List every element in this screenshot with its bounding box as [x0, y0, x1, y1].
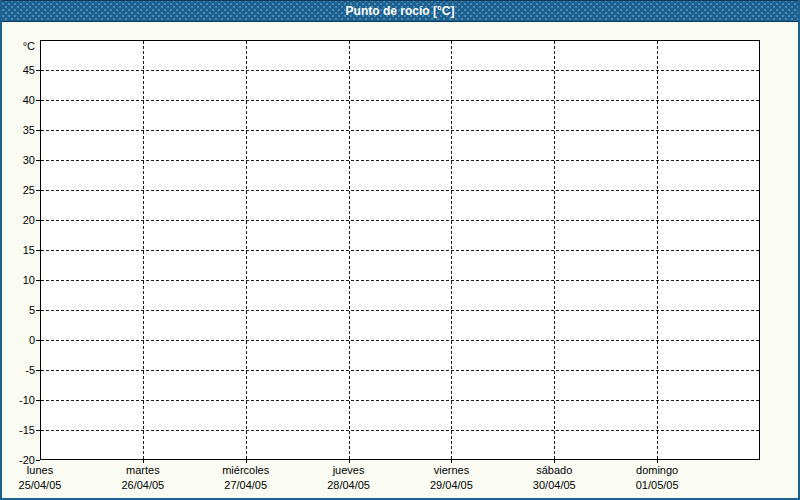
y-tick-mark: [36, 400, 40, 401]
h-gridline: [41, 340, 759, 341]
h-gridline: [41, 100, 759, 101]
y-tick-label: -10: [0, 393, 35, 407]
x-day-label: domingo: [606, 463, 708, 477]
y-tick-label: 15: [0, 243, 35, 257]
h-gridline: [41, 430, 759, 431]
h-gridline: [41, 250, 759, 251]
x-date-label: 30/04/05: [503, 478, 605, 492]
x-date-label: 29/04/05: [400, 478, 502, 492]
y-tick-label: 0: [0, 333, 35, 347]
y-tick-mark: [36, 460, 40, 461]
y-tick-mark: [36, 250, 40, 251]
y-tick-mark: [36, 70, 40, 71]
y-tick-label: 20: [0, 213, 35, 227]
y-tick-mark: [36, 190, 40, 191]
page-title: Punto de rocío [°C]: [346, 4, 455, 18]
v-gridline: [554, 41, 555, 459]
x-date-label: 27/04/05: [195, 478, 297, 492]
y-tick-label: -5: [0, 363, 35, 377]
x-day-label: martes: [92, 463, 194, 477]
y-tick-mark: [36, 160, 40, 161]
x-day-label: sábado: [503, 463, 605, 477]
x-day-label: jueves: [298, 463, 400, 477]
y-tick-mark: [36, 370, 40, 371]
x-date-label: 28/04/05: [298, 478, 400, 492]
x-day-label: viernes: [400, 463, 502, 477]
x-date-label: 25/04/05: [0, 478, 91, 492]
h-gridline: [41, 370, 759, 371]
h-gridline: [41, 160, 759, 161]
window-titlebar: Punto de rocío [°C]: [0, 0, 800, 22]
y-tick-label: 45: [0, 63, 35, 77]
x-day-label: lunes: [0, 463, 91, 477]
x-day-label: miércoles: [195, 463, 297, 477]
v-gridline: [451, 41, 452, 459]
y-tick-mark: [36, 100, 40, 101]
y-tick-label: 30: [0, 153, 35, 167]
y-tick-label: 40: [0, 93, 35, 107]
h-gridline: [41, 310, 759, 311]
y-tick-label: 35: [0, 123, 35, 137]
y-tick-mark: [36, 220, 40, 221]
v-gridline: [349, 41, 350, 459]
h-gridline: [41, 220, 759, 221]
y-tick-label: -15: [0, 423, 35, 437]
y-tick-mark: [36, 280, 40, 281]
y-tick-mark: [36, 130, 40, 131]
v-gridline: [143, 41, 144, 459]
h-gridline: [41, 130, 759, 131]
chart-window: °C 454035302520151050-5-10-15-20lunes25/…: [0, 0, 800, 500]
h-gridline: [41, 400, 759, 401]
y-tick-label: 5: [0, 303, 35, 317]
h-gridline: [41, 280, 759, 281]
y-tick-label: 25: [0, 183, 35, 197]
x-date-label: 01/05/05: [606, 478, 708, 492]
h-gridline: [41, 190, 759, 191]
x-date-label: 26/04/05: [92, 478, 194, 492]
y-tick-label: 10: [0, 273, 35, 287]
v-gridline: [657, 41, 658, 459]
v-gridline: [246, 41, 247, 459]
chart-area: °C 454035302520151050-5-10-15-20lunes25/…: [0, 0, 800, 500]
y-tick-mark: [36, 340, 40, 341]
h-gridline: [41, 70, 759, 71]
y-axis-unit-label: °C: [0, 39, 35, 53]
y-tick-mark: [36, 430, 40, 431]
y-tick-mark: [36, 310, 40, 311]
